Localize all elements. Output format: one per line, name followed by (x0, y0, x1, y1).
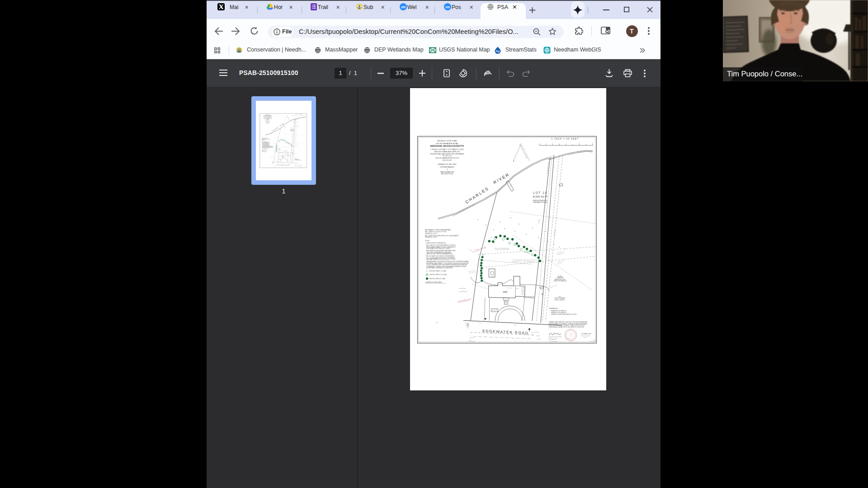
svg-text:5: 5 (546, 142, 547, 144)
svg-text:THE TOWN OF NEEDHAM GIS & ASSU: THE TOWN OF NEEDHAM GIS & ASSUMED (426, 252, 451, 253)
svg-text:- ZONING DISTRICT: RESIDENCE: - ZONING DISTRICT: RESIDENCE 'B' (425, 242, 446, 244)
svg-text:THE TOP OF BANK FLAGS: THE TOP OF BANK FLAGS (495, 249, 509, 250)
svg-text:(CONDITION #14 OF A LINE 4 OCB: (CONDITION #14 OF A LINE 4 OCB DEP 339-_… (512, 261, 538, 263)
svg-text:APPROXIMATE EDGE OF RIVER: APPROXIMATE EDGE OF RIVER (519, 144, 528, 159)
svg-text:PORCH: PORCH (499, 284, 502, 285)
svg-text:BM1 - SPIKE UP 1'± IN UTILITY: BM1 - SPIKE UP 1'± IN UTILITY POLE (425, 231, 446, 233)
svg-text:BY NEEDHAM CONSERVATION COMMIS: BY NEEDHAM CONSERVATION COMMISSION. (426, 267, 453, 269)
svg-text:BENCHMARKS: (TOWN OF NEEDHAM B: BENCHMARKS: (TOWN OF NEEDHAM BASE) (425, 229, 451, 231)
svg-text:SHOWN HEREON IS THE RESULT OF: SHOWN HEREON IS THE RESULT OF A FIELD SU… (549, 323, 587, 325)
svg-text:40: 40 (566, 142, 567, 144)
svg-text:CONIFEROUS TREE SYMBOL: CONIFEROUS TREE SYMBOL (425, 282, 443, 283)
svg-text:BORDERING LAND SUBJECT TO FLOO: BORDERING LAND SUBJECT TO FLOODING. PORT… (426, 263, 468, 264)
svg-text:- THE LOCATION OF THE SUBSURF: - THE LOCATION OF THE SUBSURFACE UTILITI… (425, 244, 456, 246)
svg-text:NOTES:: NOTES: (425, 240, 429, 242)
svg-text:AS OF OCTOBER 9, 2025 THE FACI: AS OF OCTOBER 9, 2025 THE FACILITY WAS C… (549, 324, 585, 326)
svg-text:S 05°12'E 184.20': S 05°12'E 184.20' (554, 229, 556, 237)
svg-text:1 HNS: 1 HNS (435, 322, 438, 323)
svg-text:16' RES.: 16' RES. (557, 276, 562, 277)
svg-text:NEEDHAM/XXII 1000000: NEEDHAM/XXII 1000000 (533, 202, 547, 203)
svg-text:RATE MAP NUMBER 25021C0093E (J: RATE MAP NUMBER 25021C0093E (JULY 17, 20… (426, 258, 456, 260)
svg-text:& INFORMATION PROVIDED BY OTHE: & INFORMATION PROVIDED BY OTHERS. (426, 248, 450, 249)
svg-text:S.B./D.H.: S.B./D.H. (531, 332, 535, 333)
svg-text:EXISTING TREE (6"-10" DBH): EXISTING TREE (6"-10" DBH) (429, 270, 446, 272)
svg-text:60: 60 (579, 142, 580, 144)
svg-text:ESSENTIAL ACCORDANCE WITH THE: ESSENTIAL ACCORDANCE WITH THE ORDER OF C… (549, 326, 585, 328)
svg-text:10/9/25: 10/9/25 (593, 339, 596, 340)
svg-text:FND: FND (532, 334, 534, 335)
svg-text:No. 37405: No. 37405 (569, 335, 573, 336)
svg-text:zm: zm (401, 5, 406, 9)
svg-text:S.B.: S.B. (559, 296, 561, 298)
svg-text:OCTOBER 9, 2025: OCTOBER 9, 2025 (581, 333, 592, 335)
svg-text:- THE AREA HEREON SHOWN LIES: - THE AREA HEREON SHOWN LIES WITHIN 200-… (425, 261, 469, 263)
svg-text:0: 0 (539, 142, 540, 144)
svg-text:CONFIRMED BY ORDER OF RESOURCE: CONFIRMED BY ORDER OF RESOURCE AREA DELI… (426, 266, 467, 267)
svg-text:ELEVATION = 124.31': ELEVATION = 124.31' (425, 236, 437, 238)
svg-text:DATE: DATE (584, 337, 587, 338)
svg-text:STEPHEN MANNINI: STEPHEN MANNINI (440, 166, 454, 168)
svg-text:- THE 100 YEAR FLOOD ZONE IS: - THE 100 YEAR FLOOD ZONE IS SHOWN HEREO… (425, 255, 454, 257)
svg-text:(781) 259-0071: (781) 259-0071 (442, 160, 452, 161)
svg-text:ELEVATION = 123.25': ELEVATION = 123.25' (425, 233, 437, 235)
svg-text:JOHN B.: JOHN B. (569, 333, 573, 333)
svg-text:ASSESSORS PARCEL 61: ASSESSORS PARCEL 61 (533, 200, 547, 202)
svg-text:FROM GIS & PLAN 8694 (SEE REF.: FROM GIS & PLAN 8694 (SEE REF.) (521, 145, 530, 161)
svg-text:AS-BUILT LOC.: AS-BUILT LOC. (549, 284, 557, 289)
svg-text:OWNERS OF RECORD:: OWNERS OF RECORD: (437, 163, 457, 165)
svg-text:CB/DH: CB/DH (514, 324, 517, 325)
svg-text:10: 10 (552, 142, 553, 144)
svg-text:P.O. BOX 102: P.O. BOX 102 (443, 155, 451, 157)
svg-text:S.B.: S.B. (465, 322, 467, 323)
svg-text:BK 47630 PG 303: BK 47630 PG 303 (441, 173, 453, 175)
svg-text:NEEDHAM, MASSACHUSETTS: NEEDHAM, MASSACHUSETTS (430, 145, 464, 147)
svg-text:PROFESSIONAL LAND SURVEYORS &: PROFESSIONAL LAND SURVEYORS & ENGINEERS (430, 153, 464, 155)
svg-text:DECK: DECK (516, 288, 519, 289)
svg-text:FFE=126.21: FFE=126.21 (507, 287, 512, 288)
svg-text:100-FOOT BUFFER ZONE OF BORDER: 100-FOOT BUFFER ZONE OF BORDERING VEGETA… (426, 264, 467, 266)
svg-text:AS-BUILT SITE PLAN: AS-BUILT SITE PLAN (437, 140, 457, 142)
svg-text:BM2 - SPIKE IN BOULDER IN FRON: BM2 - SPIKE IN BOULDER IN FRONT OF 148 E… (425, 235, 458, 237)
svg-text:COUNTY OF NORFOLK): COUNTY OF NORFOLK) (553, 280, 566, 282)
svg-text:SHED: SHED (491, 276, 494, 277)
svg-text:- PLAN BOOK 301 PLAN 135: - PLAN BOOK 301 PLAN 135 (550, 310, 566, 312)
svg-text:- ORDER OF CONDITIONS DEP FIL: - ORDER OF CONDITIONS DEP FILE #234-450 (550, 314, 577, 315)
svg-text:EDGEWATER ROAD: EDGEWATER ROAD (482, 329, 529, 335)
svg-text:SHALINI MANNONE: SHALINI MANNONE (440, 171, 454, 173)
svg-text:REFERENCES:: REFERENCES: (549, 308, 558, 310)
svg-text:- PLAN BOOK 236 PLAN 214: - PLAN BOOK 236 PLAN 214 (550, 312, 566, 314)
svg-text:LINCOLN, MASSACHUSETTS 01773: LINCOLN, MASSACHUSETTS 01773 (435, 157, 459, 159)
svg-text:80: 80 (592, 142, 594, 144)
svg-text:FOUND & LEANING: FOUND & LEANING (554, 297, 565, 299)
svg-text:104.50': 104.50' (479, 322, 482, 323)
svg-text:I HEREBY STATE THAT THE LOCATI: I HEREBY STATE THAT THE LOCATION OF THE … (549, 321, 587, 323)
svg-text:25100915100: 25100915100 (590, 341, 596, 342)
svg-text:MAP REFERENCE: MAP REFERENCE (458, 291, 467, 292)
svg-text:NEW POLE W/ GUY WIRE 10' UTI: NEW POLE W/ GUY WIRE 10' UTILITY EASEMEN… (453, 204, 475, 216)
svg-text:zm: zm (445, 5, 450, 9)
svg-text:160: 160 (503, 291, 508, 293)
svg-text:HAMEL: HAMEL (569, 334, 573, 335)
svg-text:CHARLES: CHARLES (465, 186, 490, 205)
svg-text:APPROXIMATE & BASED ON FIELD O: APPROXIMATE & BASED ON FIELD OBSERVATION (426, 246, 456, 248)
svg-text:N 04°55'W: N 04°55'W (538, 218, 540, 224)
svg-text:REGISTERED: REGISTERED (565, 338, 571, 340)
svg-text:NO CHANGES 10/9/25: NO CHANGES 10/9/25 (458, 298, 472, 302)
svg-text:LAND SURVEYOR: LAND SURVEYOR (549, 341, 558, 342)
svg-text:(EL = 124.4) AS TAKEN FROM FLO: (EL = 124.4) AS TAKEN FROM FLOOD INSURAN… (426, 257, 455, 259)
svg-text:1 INCH = 20 FEET: 1 INCH = 20 FEET (552, 138, 579, 140)
svg-text:(RESTRICTED USE: (RESTRICTED USE (555, 279, 566, 281)
svg-text:RIVER: RIVER (493, 172, 511, 185)
svg-text:35,200± SQ. FT.: 35,200± SQ. FT. (533, 196, 547, 198)
svg-text:1 INCH = 20 FEET OCTOBER 9,: 1 INCH = 20 FEET OCTOBER 9, 2025 (430, 148, 464, 150)
svg-text:- THE ELEVATION DATUM WAS EST: - THE ELEVATION DATUM WAS ESTABLISHED FR… (425, 250, 456, 252)
svg-text:LOT 14: LOT 14 (533, 191, 547, 194)
svg-text:12" PINE REMOVED: 12" PINE REMOVED (474, 247, 486, 251)
svg-text:(HELD LOCATION): (HELD LOCATION) (555, 299, 565, 301)
svg-text:CLEAR ROW: CLEAR ROW (557, 277, 564, 279)
svg-text:DATUM OF THE TOWN OF NEEDHAM (: DATUM OF THE TOWN OF NEEDHAM (NGVD). (426, 253, 453, 255)
svg-text:EXISTING TREE (10"-18" DBH): EXISTING TREE (10"-18" DBH) (429, 274, 447, 276)
svg-text:&: & (447, 169, 448, 170)
svg-text:N 42°: N 42° (469, 339, 472, 340)
svg-text:EXISTING TREE (18"+ DBH): EXISTING TREE (18"+ DBH) (429, 278, 445, 280)
